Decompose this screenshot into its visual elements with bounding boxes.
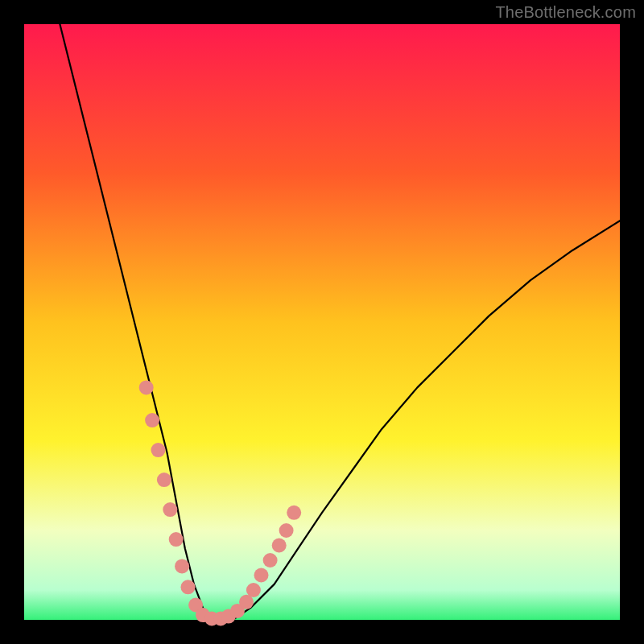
highlight-dot [246,583,261,597]
highlight-dot [287,506,301,520]
highlight-dot [139,380,154,394]
chart-svg [0,0,644,644]
highlight-dot [175,559,189,573]
highlight-dot [163,502,177,517]
chart-frame: TheBottleneck.com [0,0,644,644]
highlight-dot [279,523,294,538]
highlight-dot [263,553,278,568]
highlight-dot [145,413,159,427]
highlight-dot [272,539,287,553]
highlight-dot [181,580,196,594]
highlight-dot [151,443,166,457]
highlight-dot [254,568,269,583]
plot-area [24,24,620,620]
watermark-text: TheBottleneck.com [495,3,636,22]
highlight-dot [169,532,184,547]
highlight-dot [157,473,171,487]
